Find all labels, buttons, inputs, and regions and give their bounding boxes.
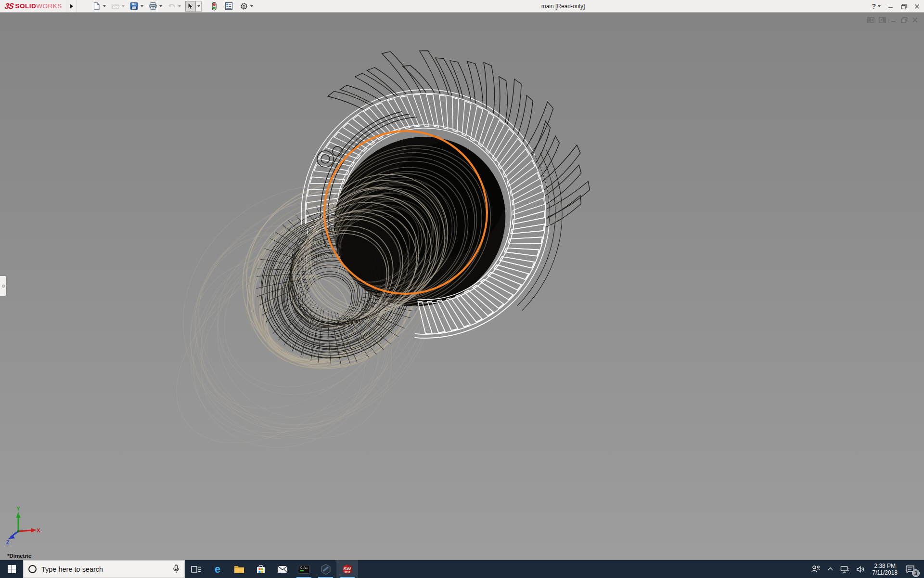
print-button[interactable]: [148, 1, 158, 12]
notification-badge: 3: [912, 569, 920, 577]
print-caret-icon[interactable]: [159, 5, 162, 7]
dassault-mark: 3S: [4, 2, 14, 11]
network-button[interactable]: [837, 560, 853, 578]
undo-arrow-icon: [167, 2, 176, 10]
solidworks-2017-icon: SW 2017: [342, 564, 353, 575]
taskbar-clock[interactable]: 2:38 PM 7/11/2018: [868, 563, 902, 576]
open-button[interactable]: [110, 1, 121, 12]
select-tool-caret-button[interactable]: [196, 1, 202, 12]
people-button[interactable]: [808, 560, 824, 578]
document-window-controls: [867, 17, 918, 23]
search-placeholder: Type here to search: [41, 565, 168, 573]
mail-icon: [277, 565, 288, 574]
printer-icon: [149, 2, 157, 10]
svg-text:2017: 2017: [344, 571, 350, 574]
window-title: main [Read-only]: [541, 0, 585, 13]
standard-toolbar: [91, 1, 257, 12]
speaker-icon: [856, 565, 865, 573]
collapse-pane-left-icon[interactable]: [867, 17, 874, 23]
select-tool-caret-icon: [197, 5, 200, 7]
triad-x-label: X: [37, 527, 40, 533]
feature-panel-tab[interactable]: [0, 276, 6, 296]
open-caret-icon[interactable]: [122, 5, 125, 7]
turbine-wireframe-model[interactable]: [0, 13, 924, 560]
properties-list-icon: [225, 2, 233, 10]
open-folder-icon: [111, 2, 120, 10]
minimize-button[interactable]: [887, 3, 894, 10]
clock-date: 7/11/2018: [873, 569, 898, 576]
solidworks-logo: 3S SOLID WORKS: [0, 0, 66, 12]
undo-caret-icon[interactable]: [178, 5, 181, 7]
rebuild-stoplight-button[interactable]: [209, 1, 219, 12]
collapse-pane-right-icon[interactable]: [879, 17, 886, 23]
chevron-up-icon: [827, 567, 834, 571]
select-tool-button[interactable]: [185, 1, 196, 12]
taskbar-search-input[interactable]: Type here to search: [23, 560, 185, 578]
doc-minimize-icon[interactable]: [890, 17, 897, 23]
task-view-icon: [191, 565, 201, 574]
doc-restore-icon[interactable]: [901, 17, 908, 23]
taskbar-app-edge[interactable]: e: [206, 560, 228, 578]
edge-icon: e: [212, 564, 223, 575]
action-center-button[interactable]: 3: [902, 560, 922, 578]
taskbar-app-solidworks-2017[interactable]: SW 2017: [336, 560, 358, 578]
restore-button[interactable]: [900, 3, 907, 10]
hexagon-app-icon: [320, 564, 332, 575]
close-button[interactable]: [914, 3, 920, 10]
new-document-icon: [92, 2, 101, 10]
minimize-icon: [887, 3, 894, 10]
network-icon: [840, 565, 849, 573]
svg-text:e: e: [214, 564, 220, 575]
restore-icon: [900, 3, 907, 10]
undo-button[interactable]: [167, 1, 177, 12]
options-button[interactable]: [239, 1, 249, 12]
command-prompt-icon: C:\: [298, 564, 310, 575]
close-icon: [914, 3, 920, 10]
start-button[interactable]: [0, 560, 23, 578]
store-icon: [256, 564, 266, 575]
taskbar-app-buttons: e C:\ SW 2017: [185, 560, 358, 578]
save-floppy-icon: [130, 2, 138, 10]
view-orientation-label: *Dimetric: [7, 553, 32, 559]
help-caret-icon: [878, 5, 881, 7]
gear-icon: [240, 2, 248, 11]
triad-y-label: Y: [16, 506, 20, 512]
svg-text:SW: SW: [343, 565, 350, 571]
taskbar-app-store[interactable]: [250, 560, 271, 578]
file-explorer-icon: [233, 565, 245, 574]
save-button[interactable]: [129, 1, 140, 12]
new-document-caret-icon[interactable]: [103, 5, 106, 7]
system-tray: 2:38 PM 7/11/2018 3: [808, 560, 924, 578]
microphone-icon[interactable]: [173, 565, 180, 574]
doc-close-icon[interactable]: [912, 17, 918, 23]
taskbar-app-hexagon-viewer[interactable]: [315, 560, 336, 578]
taskbar-app-command-prompt[interactable]: C:\: [293, 560, 315, 578]
tray-overflow-button[interactable]: [824, 560, 837, 578]
panel-tab-grip-icon: [2, 285, 5, 288]
taskbar-app-mail[interactable]: [271, 560, 293, 578]
document-properties-button[interactable]: [224, 1, 234, 12]
windows-taskbar: Type here to search e C:\: [0, 560, 924, 578]
people-icon: [811, 565, 821, 573]
taskbar-app-task-view[interactable]: [185, 560, 206, 578]
help-button[interactable]: ?: [872, 2, 881, 10]
stoplight-icon: [211, 2, 217, 11]
title-bar: 3S SOLID WORKS: [0, 0, 924, 13]
save-caret-icon[interactable]: [141, 5, 143, 7]
cortana-icon: [28, 565, 37, 573]
menu-expander-button[interactable]: [66, 0, 77, 12]
volume-button[interactable]: [853, 560, 868, 578]
triad-z-label: Z: [6, 539, 10, 545]
taskbar-app-file-explorer[interactable]: [228, 560, 250, 578]
clock-time: 2:38 PM: [873, 563, 898, 569]
graphics-viewport[interactable]: Y X Z *Dimetric: [0, 13, 924, 560]
orientation-triad: Y X Z: [4, 506, 40, 545]
select-cursor-icon: [187, 2, 194, 10]
options-caret-icon[interactable]: [250, 5, 253, 7]
expand-arrow-icon: [70, 4, 73, 9]
windows-logo-icon: [8, 565, 16, 573]
new-document-button[interactable]: [91, 1, 102, 12]
